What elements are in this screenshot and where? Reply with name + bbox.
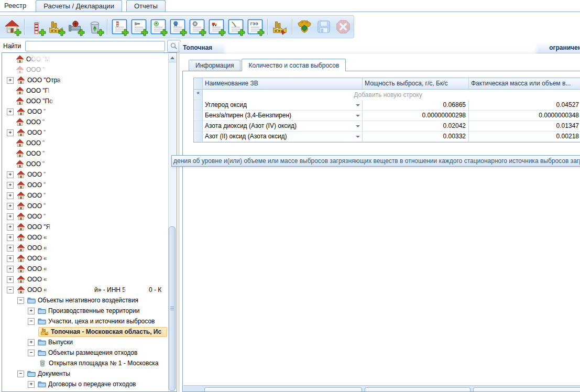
tree-item[interactable]: +ООО «	[3, 274, 168, 285]
app-tab[interactable]: Отчеты	[126, 0, 166, 12]
cell-actual-mass[interactable]: 0.00218	[469, 132, 580, 142]
tree-item[interactable]: +ООО «	[3, 253, 168, 264]
tree-item[interactable]: +ООО "	[3, 106, 168, 117]
cell-substance-name[interactable]: Азот (II) оксид (Азота оксид)	[203, 132, 363, 142]
cell-substance-name[interactable]: Углерод оксид	[203, 100, 363, 111]
detail-tab[interactable]: Количество и состав выбросов	[242, 59, 346, 71]
expand-icon[interactable]: +	[7, 77, 14, 84]
grid-column-header[interactable]: Мощность выброса, г/с, Бк/с	[363, 78, 469, 90]
cell-substance-name[interactable]: Азота диоксид (Азот (IV) оксид)	[203, 121, 363, 132]
new-row-placeholder[interactable]: Добавить новую строку	[194, 90, 580, 100]
doc-chimney-add-button[interactable]	[111, 18, 128, 36]
detail-tab[interactable]: Информация	[189, 60, 240, 71]
grid-row[interactable]: Бенз/а/пирен (3,4-Бензпирен)0.0000000029…	[194, 111, 580, 121]
tree-item[interactable]: +Выпуски	[3, 337, 168, 347]
tree-item[interactable]: ООО "	[3, 138, 168, 148]
expand-icon[interactable]: +	[7, 224, 14, 231]
expand-icon[interactable]: +	[7, 171, 14, 178]
panel-splitter[interactable]	[179, 42, 179, 392]
tree-item[interactable]: ООО "	[3, 159, 168, 169]
scrollbar-thumb[interactable]	[169, 226, 176, 391]
tree-item[interactable]: −Документы	[3, 368, 168, 379]
tree-item[interactable]: ООО "По	[3, 96, 168, 106]
doc-truck-add-button[interactable]	[207, 18, 225, 36]
tree-item[interactable]: +ООО "	[3, 169, 168, 180]
expand-icon[interactable]: +	[7, 255, 14, 262]
waste-bin-add-button[interactable]	[86, 18, 104, 36]
factory-goto-button[interactable]	[271, 18, 289, 36]
tree-item[interactable]: +ООО "	[3, 201, 168, 211]
dropdown-arrow-icon[interactable]	[356, 104, 360, 106]
expand-icon[interactable]: +	[7, 203, 14, 210]
grid-new-row[interactable]: * Добавить новую строку	[194, 90, 580, 100]
expand-icon[interactable]: +	[28, 381, 35, 388]
expand-icon[interactable]: +	[7, 213, 14, 220]
tree-item[interactable]: −Участки, цеха и источники выбросов	[3, 316, 168, 326]
grid-column-header[interactable]: Наименование ЗВ	[203, 78, 363, 90]
expand-icon[interactable]: +	[28, 339, 35, 346]
tree-item[interactable]: ООО "	[3, 148, 168, 159]
collapse-icon[interactable]: −	[17, 297, 24, 304]
app-tab[interactable]: Расчеты / Декларации	[36, 0, 122, 12]
dropdown-arrow-icon[interactable]	[356, 115, 360, 117]
collapse-icon[interactable]: −	[28, 318, 35, 325]
tree-item-selected[interactable]: Топочная - Московская область, Ис	[3, 326, 168, 337]
tree-item[interactable]: +ООО "Я	[3, 222, 168, 232]
tree-item[interactable]: Открытая площадка № 1 - Московска	[3, 358, 168, 368]
expand-icon[interactable]: +	[7, 266, 14, 273]
dropdown-arrow-icon[interactable]	[356, 136, 360, 138]
selected-highlight[interactable]: Топочная - Московская область, Ис	[38, 327, 167, 337]
expand-icon[interactable]: +	[7, 192, 14, 199]
expand-icon[interactable]: +	[7, 234, 14, 241]
grid-row[interactable]: Углерод оксид0.068650.04527	[194, 100, 580, 111]
cell-emission-power[interactable]: 0.00332	[363, 132, 469, 142]
tree-item[interactable]: +ООО "	[3, 190, 168, 201]
expand-icon[interactable]: +	[7, 276, 14, 283]
collapse-icon[interactable]: −	[7, 287, 14, 293]
tree-item[interactable]: +ООО «	[3, 232, 168, 243]
search-input[interactable]	[25, 41, 165, 51]
tree-item[interactable]: ООО "П	[3, 85, 168, 96]
expand-icon[interactable]: +	[7, 108, 14, 115]
tree-item[interactable]: ООО "	[3, 117, 168, 127]
tree-item[interactable]: +ООО "	[3, 127, 168, 138]
doc-ribbon-add-button[interactable]	[169, 18, 187, 36]
chimney-add-button[interactable]	[28, 18, 46, 36]
tree-item[interactable]: ООО "	[3, 64, 168, 75]
grid-column-header[interactable]: Фактическая масса или объем в...	[469, 78, 580, 90]
tree-item[interactable]: +Акты приема-передачи отходов	[3, 389, 168, 392]
expand-icon[interactable]: +	[7, 129, 14, 136]
tree-item[interactable]: +Производственные территории	[3, 306, 168, 316]
collapse-icon[interactable]: −	[17, 371, 24, 377]
cell-actual-mass[interactable]: 0.0000000348	[469, 111, 580, 121]
house-add-button[interactable]	[3, 18, 21, 36]
doc-gee-add-button[interactable]: ГЭЭ	[246, 18, 264, 36]
cell-actual-mass[interactable]: 0.01347	[469, 121, 580, 132]
scrollbar-up-button[interactable]	[169, 53, 176, 62]
doc-gear-add-button[interactable]	[188, 18, 206, 36]
collapse-icon[interactable]: −	[28, 350, 35, 356]
cell-emission-power[interactable]: 0.02042	[363, 121, 469, 132]
tree-item[interactable]: −ООО «й» - ИНН 50 - К	[3, 285, 168, 295]
tree-item[interactable]: +ООО "Отра	[3, 75, 168, 85]
tree-item[interactable]: +ООО «	[3, 243, 168, 253]
grid-row[interactable]: Азота диоксид (Азот (IV) оксид)0.020420.…	[194, 121, 580, 132]
cell-emission-power[interactable]: 0.00000000298	[363, 111, 469, 121]
doc-recycle-add-button[interactable]	[149, 18, 167, 36]
cell-actual-mass[interactable]: 0.04527	[469, 100, 580, 111]
emblem-button[interactable]	[296, 18, 313, 36]
tree-item[interactable]: +ООО "	[3, 180, 168, 190]
tree-scrollbar[interactable]	[168, 53, 176, 391]
doc-shovel-add-button[interactable]	[227, 18, 245, 36]
tree-item[interactable]: +ООО «	[3, 264, 168, 274]
grid-row[interactable]: Азот (II) оксид (Азота оксид)0.003320.00…	[194, 132, 580, 142]
expand-icon[interactable]: +	[28, 308, 35, 314]
expand-icon[interactable]: +	[7, 182, 14, 189]
dropdown-arrow-icon[interactable]	[356, 125, 360, 127]
tree-item[interactable]: +ООО "	[3, 211, 168, 222]
tree-item[interactable]: +Договоры о передаче отходов	[3, 379, 168, 389]
expand-icon[interactable]: +	[7, 245, 14, 252]
app-tab[interactable]: Реестр	[0, 0, 31, 12]
doc-drill-add-button[interactable]	[130, 18, 148, 36]
tree-item[interactable]: −Объекты размещения отходов	[3, 347, 168, 358]
